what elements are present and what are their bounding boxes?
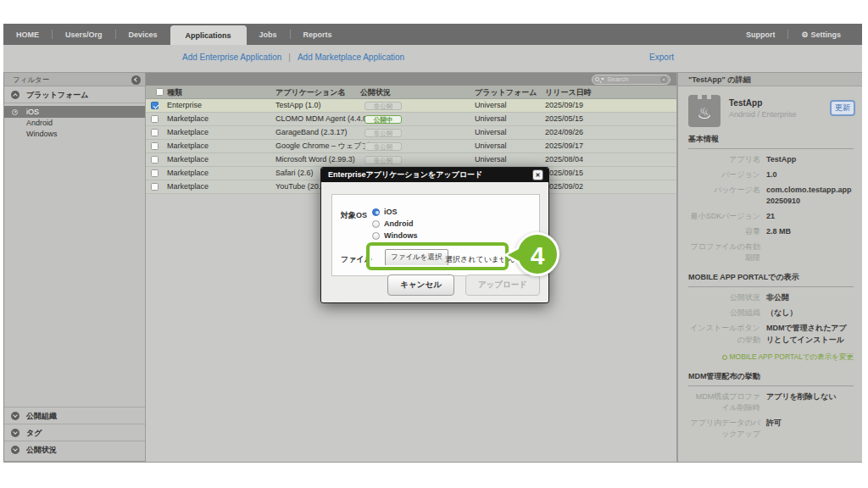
filter-title: フィルター [13,75,49,84]
cell-type: Marketplace [167,153,209,166]
status-badge: 非公開 [364,156,402,164]
cell-platform: Universal [475,140,507,152]
cell-release-date: 2025/09/19 [545,99,583,112]
row-checkbox[interactable] [151,183,159,191]
detail-row: 最小SDKバージョン21 [688,211,854,222]
details-panel: "TestApp" の詳細 ♨ TestApp Android / Enterp… [677,72,862,462]
detail-label: 容量 [688,226,766,237]
filter-group-platform[interactable]: プラットフォーム [4,86,145,103]
clear-search-icon[interactable]: ✕ [660,76,667,83]
update-button[interactable]: 更新 [830,100,855,116]
detail-label: パッケージ名 [688,185,766,207]
cell-app-name: Google Chrome – ウェブブ... [275,140,376,152]
change-portal-display-link[interactable]: MOBILE APP PORTALでの表示を変更 [688,352,854,363]
status-badge: 非公開 [364,142,402,151]
table-row[interactable]: MarketplaceGoogle Chrome – ウェブブ...非公開Uni… [146,140,676,153]
cell-release-date: 2024/09/26 [545,126,583,139]
gear-icon [722,355,727,360]
table-row[interactable]: MarketplaceMicrosoft Word (2.99.3)非公開Uni… [146,153,676,167]
row-checkbox[interactable] [151,129,159,136]
chevron-down-icon [601,78,604,80]
support-link[interactable]: Support [733,24,788,45]
search-placeholder: Search [607,75,660,83]
radio-label: iOS [384,208,398,216]
detail-row: インストールボタンの挙動MDMで管理されたアプリとしてインストール [688,323,854,345]
file-label: ファイル [341,254,372,265]
row-checkbox[interactable] [151,156,159,164]
nav-tab-home[interactable]: HOME [3,24,52,45]
close-icon[interactable]: ✕ [532,169,543,180]
section-title: MOBILE APP PORTALでの表示 [688,272,854,283]
filter-group[interactable]: タグ [4,424,145,441]
status-badge: 非公開 [364,129,402,137]
table-row[interactable]: MarketplaceGarageBand (2.3.17)非公開Univers… [146,126,676,140]
detail-value: 2.8 MB [766,226,854,237]
search-input[interactable]: Search ✕ [592,75,670,85]
detail-row: アプリ内データのバックアップ許可 [688,418,854,440]
cancel-button[interactable]: キャンセル [387,274,454,296]
sidebar-item-windows[interactable]: Windows [4,129,145,140]
row-checkbox[interactable] [151,115,159,123]
sidebar-collapse-button[interactable] [131,75,141,85]
upload-button[interactable]: アップロード [465,274,540,296]
nav-tabs: HOMEUsers/OrgDevicesApplicationsJobsRepo… [3,24,345,45]
radio-label: Android [384,219,414,228]
cell-type: Marketplace [167,180,209,193]
sidebar-item-ios[interactable]: iOS [4,106,145,118]
divider [688,286,854,287]
search-icon [595,77,599,81]
detail-value: 1.0 [766,169,854,180]
detail-row: アプリ名TestApp [688,154,854,165]
os-radio-ios[interactable]: iOS [372,206,417,218]
select-all-checkbox[interactable] [156,88,164,96]
os-radio-android[interactable]: Android [372,218,417,230]
cell-type: Marketplace [167,126,209,139]
table-row[interactable]: MarketplaceCLOMO MDM Agent (4.4.0)公開中Uni… [146,113,676,126]
modal-title: Enterpriseアプリケーションをアップロード [328,170,482,179]
app-card: ♨ TestApp Android / Enterprise 更新 [678,86,862,124]
cell-release-date: 2025/09/17 [545,140,583,152]
choose-file-button[interactable]: ファイルを選択 [385,249,448,266]
settings-link[interactable]: ⚙Settings [788,24,854,45]
row-checkbox[interactable] [151,142,159,150]
row-checkbox[interactable] [151,169,159,177]
os-radio-group: iOSAndroidWindows [372,206,417,241]
detail-label: プロファイルの有効期限 [688,241,766,263]
detail-row: パッケージ名com.clomo.testapp.app20250910 [688,185,854,207]
table-row[interactable]: EnterpriseTestApp (1.0)非公開Universal2025/… [146,99,676,113]
export-link[interactable]: Export [649,53,674,62]
column-header-type[interactable]: 種類 [167,86,182,99]
add-enterprise-application-link[interactable]: Add Enterprise Application [182,53,281,62]
column-header-status[interactable]: 公開状況 [360,86,391,99]
column-header-platform[interactable]: プラットフォーム [475,86,537,99]
target-os-label: 対象OS [341,210,367,221]
radio-icon[interactable] [372,232,380,240]
detail-value: com.clomo.testapp.app20250910 [766,185,854,207]
row-checkbox[interactable] [151,102,159,109]
detail-label: 公開状況 [688,292,766,303]
filter-bottom-groups: 公開組織タグ公開状況 [4,407,145,458]
column-header-date[interactable]: リリース日時 [545,86,592,99]
nav-tab-jobs[interactable]: Jobs [247,24,290,45]
os-radio-windows[interactable]: Windows [372,230,417,241]
column-header-name[interactable]: アプリケーション名 [275,86,345,99]
filter-group[interactable]: 公開状況 [4,441,145,458]
chevron-left-icon [134,77,139,82]
radio-label: Windows [384,231,417,240]
nav-tab-applications[interactable]: Applications [170,25,247,45]
cell-release-date: 2025/08/04 [545,153,583,166]
nav-tab-devices[interactable]: Devices [116,24,170,45]
nav-tab-reports[interactable]: Reports [291,24,345,45]
details-sections: 基本情報アプリ名TestAppバージョン1.0パッケージ名com.clomo.t… [678,124,862,440]
expand-circle-icon [11,446,19,454]
nav-tab-users-org[interactable]: Users/Org [53,24,115,45]
sidebar-item-android[interactable]: Android [4,118,145,129]
detail-label: MDM構成プロファイル削除時 [688,391,766,413]
cell-app-name: CLOMO MDM Agent (4.4.0) [275,113,370,125]
radio-icon[interactable] [372,208,380,216]
filter-group[interactable]: 公開組織 [4,407,145,424]
add-marketplace-application-link[interactable]: Add Marketplace Application [298,53,404,62]
cell-platform: Universal [475,153,507,166]
cell-type: Marketplace [167,113,209,125]
radio-icon[interactable] [372,220,380,228]
